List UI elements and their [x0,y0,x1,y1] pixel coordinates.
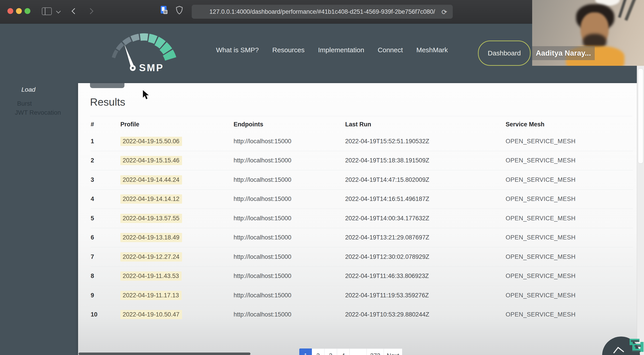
profile-cell: 2022-04-19-14.44.24 [120,176,234,183]
row-number-cell: 5 [91,215,120,222]
last-run-cell: 2022-04-19T14:16:51.496187Z [345,196,506,202]
pagination-page-272[interactable]: 272 [367,348,384,355]
pagination-page-1[interactable]: 1 [299,348,312,355]
last-run-cell: 2022-04-19T12:30:02.078929Z [345,253,506,260]
browser-sidebar-toggle-icon[interactable] [42,8,52,15]
nav-dashboard-label: Dashboard [488,49,521,57]
endpoint-cell: http://localhost:15000 [234,311,345,318]
webcam-video-tile[interactable]: Aaditya Naray... [532,0,644,66]
column-header: Endpoints [234,121,345,128]
results-card: Results #ProfileEndpointsLast RunService… [78,83,637,355]
mouse-cursor [142,89,151,101]
window-minimize-button[interactable] [16,8,22,14]
results-table-body: 12022-04-19-15.50.06http://localhost:150… [91,132,633,324]
nav-link-what-is-smp[interactable]: What is SMP? [216,46,259,54]
row-number-cell: 9 [91,292,120,299]
table-row[interactable]: 82022-04-19-11.43.53http://localhost:150… [91,267,633,286]
row-number-cell: 2 [91,157,120,164]
nav-link-meshmark[interactable]: MeshMark [416,46,448,54]
browser-forward-icon[interactable] [87,8,94,14]
endpoint-cell: http://localhost:15000 [234,157,345,164]
profile-cell: 2022-04-19-14.14.12 [120,196,234,202]
profile-cell: 2022-04-19-15.15.46 [120,157,234,164]
endpoint-cell: http://localhost:15000 [234,196,345,202]
sidebar-item-load[interactable]: Load [22,86,35,93]
last-run-cell: 2022-04-19T14:00:34.177632Z [345,215,506,222]
row-number-cell: 10 [91,311,120,318]
pagination-ellipsis: ... [350,348,367,355]
service-mesh-cell: OPEN_SERVICE_MESH [506,272,633,279]
row-number-cell: 8 [91,272,120,279]
window-zoom-button[interactable] [24,8,30,14]
table-row[interactable]: 32022-04-19-14.44.24http://localhost:150… [91,170,633,190]
profile-cell: 2022-04-19-15.50.06 [120,138,234,145]
table-row[interactable]: 22022-04-19-15.15.46http://localhost:150… [91,151,633,171]
table-row[interactable]: 62022-04-19-13.18.49http://localhost:150… [91,228,633,248]
page-translate-doc-icon[interactable] [161,6,166,14]
table-row[interactable]: 72022-04-19-12.27.24http://localhost:150… [91,247,633,267]
card-top-tab [90,83,124,88]
pagination-page-4[interactable]: 4 [337,348,350,355]
profile-cell: 2022-04-19-13.57.55 [120,215,234,222]
service-mesh-cell: OPEN_SERVICE_MESH [506,176,633,183]
window-close-button[interactable] [8,8,13,14]
nav-link-implementation[interactable]: Implementation [318,46,364,54]
last-run-cell: 2022-04-19T11:46:33.806923Z [345,272,506,279]
layer5-logo-icon [628,337,644,355]
browser-back-icon[interactable] [72,8,78,14]
column-header: # [91,121,120,128]
service-mesh-cell: OPEN_SERVICE_MESH [506,234,633,241]
pagination: 1234...272Next [299,348,402,355]
site-nav: What is SMP?ResourcesImplementationConne… [216,46,448,54]
column-header: Last Run [345,121,506,128]
smp-logo[interactable]: SMP [99,32,189,73]
endpoint-cell: http://localhost:15000 [234,234,345,241]
gauge-needle [124,44,134,68]
last-run-cell: 2022-04-19T11:19:53.359276Z [345,292,506,299]
participant-name: Aaditya Naray... [536,49,591,58]
service-mesh-cell: OPEN_SERVICE_MESH [506,196,633,202]
address-bar-url[interactable]: 127.0.0.1:4000/dashboard/performance/#41… [210,8,435,15]
endpoint-cell: http://localhost:15000 [234,176,345,183]
nav-link-resources[interactable]: Resources [272,46,304,54]
endpoint-cell: http://localhost:15000 [234,138,345,145]
background-shape [618,0,627,18]
endpoint-cell: http://localhost:15000 [234,272,345,279]
sidebar-item-burst[interactable]: Burst [17,100,32,107]
row-number-cell: 3 [91,176,120,183]
profile-cell: 2022-04-19-10.50.47 [120,311,234,318]
pagination-page-2[interactable]: 2 [312,348,324,355]
endpoint-cell: http://localhost:15000 [234,292,345,299]
table-row[interactable]: 92022-04-19-11.17.13http://localhost:150… [91,286,633,305]
service-mesh-cell: OPEN_SERVICE_MESH [506,157,633,164]
address-bar[interactable]: 127.0.0.1:4000/dashboard/performance/#41… [192,5,453,19]
vertical-scrollbar-thumb[interactable] [638,69,643,164]
reload-icon[interactable]: ⟳ [442,8,447,16]
table-row[interactable]: 52022-04-19-13.57.55http://localhost:150… [91,209,633,228]
table-header-row: #ProfileEndpointsLast RunService Mesh [91,117,633,132]
service-mesh-cell: OPEN_SERVICE_MESH [506,292,633,299]
sidebar-item-jwt-revocation[interactable]: JWT Revocation [15,109,61,116]
row-number-cell: 6 [91,234,120,241]
vertical-scrollbar[interactable] [637,24,644,355]
nav-dashboard-button[interactable]: Dashboard [478,41,530,66]
nav-link-connect[interactable]: Connect [378,46,403,54]
last-run-cell: 2022-04-19T15:52:51.190532Z [345,138,506,145]
profile-cell: 2022-04-19-11.43.53 [120,272,234,279]
horizontal-scrollbar-thumb[interactable] [78,352,250,355]
last-run-cell: 2022-04-19T13:21:29.087697Z [345,234,506,241]
table-row[interactable]: 42022-04-19-14.14.12http://localhost:150… [91,190,633,209]
profile-cell: 2022-04-19-11.17.13 [120,292,234,299]
privacy-shield-icon[interactable] [176,6,183,15]
column-header: Service Mesh [506,121,633,128]
table-row[interactable]: 12022-04-19-15.50.06http://localhost:150… [91,132,633,151]
table-row[interactable]: 102022-04-19-10.50.47http://localhost:15… [91,305,633,324]
chevron-down-icon[interactable] [56,9,61,14]
page-title: Results [90,96,125,108]
last-run-cell: 2022-04-19T10:53:29.880244Z [345,311,506,318]
service-mesh-cell: OPEN_SERVICE_MESH [506,138,633,145]
profile-cell: 2022-04-19-13.18.49 [120,234,234,241]
pagination-page-3[interactable]: 3 [324,348,337,355]
pagination-next-button[interactable]: Next [384,348,402,355]
row-number-cell: 7 [91,253,120,260]
